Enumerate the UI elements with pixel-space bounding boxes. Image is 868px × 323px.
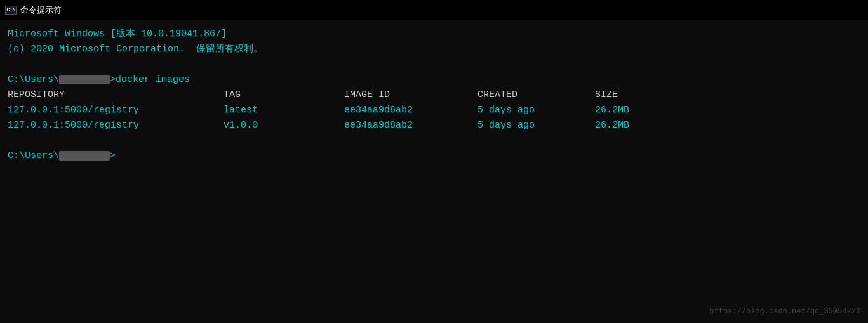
line-prompt2: C:\Users\ > [8, 148, 860, 164]
row1-imageid: ee34aa9d8ab2 [344, 103, 477, 118]
table-header: REPOSITORYTAGIMAGE IDCREATEDSIZE [8, 88, 860, 103]
row1-size: 26.2MB [595, 103, 629, 118]
header-imageid: IMAGE ID [344, 88, 477, 103]
row1-tag: latest [224, 103, 344, 118]
row2-imageid: ee34aa9d8ab2 [344, 118, 477, 133]
prompt2-gt: > [110, 150, 116, 161]
row1-created: 5 days ago [477, 103, 595, 118]
prompt1-suffix: >docker images [110, 74, 190, 85]
row2-repo: 127.0.0.1:5000/registry [8, 118, 224, 133]
header-created: CREATED [477, 88, 595, 103]
cmd-window: C:\ 命令提示符 Microsoft Windows [版本 10.0.190… [0, 0, 868, 323]
terminal-body[interactable]: Microsoft Windows [版本 10.0.19041.867] (c… [0, 20, 868, 323]
prompt2-prefix: C:\Users\ [8, 150, 59, 161]
row2-size: 26.2MB [595, 118, 629, 133]
line-copyright: (c) 2020 Microsoft Corporation. 保留所有权利。 [8, 42, 860, 57]
cmd-icon: C:\ [5, 6, 17, 15]
prompt1-prefix: C:\Users\ [8, 74, 59, 85]
table-row-2: 127.0.0.1:5000/registryv1.0.0ee34aa9d8ab… [8, 118, 860, 133]
table-row-1: 127.0.0.1:5000/registrylatestee34aa9d8ab… [8, 103, 860, 118]
row1-repo: 127.0.0.1:5000/registry [8, 103, 224, 118]
header-repository: REPOSITORY [8, 88, 224, 103]
title-bar: C:\ 命令提示符 [0, 0, 868, 20]
watermark: https://blog.csdn.net/qq_35054222 [709, 306, 860, 318]
window-title: 命令提示符 [20, 4, 62, 16]
row2-created: 5 days ago [477, 118, 595, 133]
redacted-username-2 [59, 151, 110, 161]
header-tag: TAG [224, 88, 344, 103]
line-empty-2 [8, 133, 860, 148]
line-windows-version: Microsoft Windows [版本 10.0.19041.867] [8, 27, 860, 42]
line-docker-command: C:\Users\ >docker images [8, 72, 860, 88]
line-empty-1 [8, 57, 860, 72]
row2-tag: v1.0.0 [224, 118, 344, 133]
header-size: SIZE [595, 88, 618, 103]
redacted-username-1 [59, 75, 110, 84]
